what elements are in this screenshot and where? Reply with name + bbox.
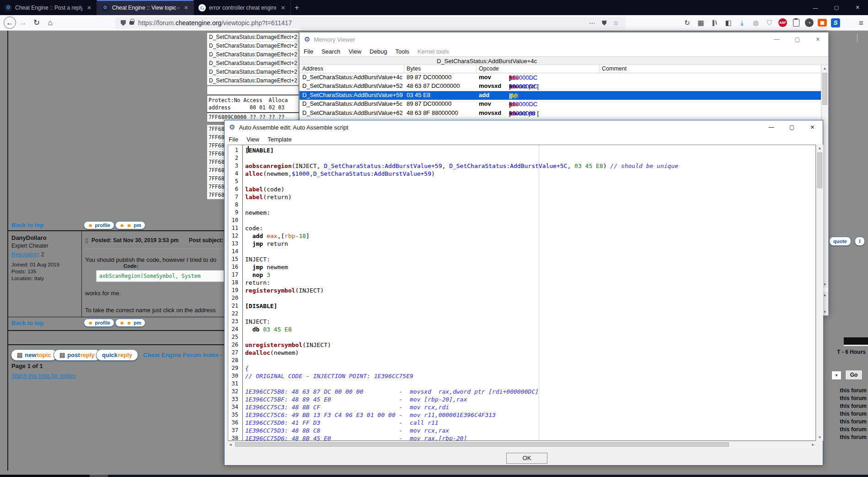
go-button[interactable]: Go <box>845 370 863 380</box>
scroll-thumb[interactable] <box>817 152 822 188</box>
profile-button[interactable]: ☻profile <box>84 221 114 229</box>
quick-reply-button[interactable]: quickreply <box>96 349 138 361</box>
script-line[interactable]: 13 jmp return <box>228 240 814 248</box>
proxy-icon[interactable]: ↻ <box>682 18 692 27</box>
script-line[interactable]: 361E396CC75D0: 41 FF D3 - call r11 <box>228 419 814 427</box>
script-line[interactable]: 20 <box>228 294 814 302</box>
script-line[interactable]: 341E396CC75C3: 48 8B CF - mov rcx,rdi <box>228 403 814 411</box>
bookmark-star-icon[interactable]: ☆ <box>610 19 622 27</box>
window-maximize-button[interactable]: ▢ <box>826 0 847 15</box>
symbol-list-item[interactable]: D_SetCharaStatus:DamageEffect+2 <box>207 76 299 85</box>
back-to-top-link[interactable]: Back to top <box>11 320 44 326</box>
grid-icon[interactable]: ▦ <box>696 18 706 27</box>
minimize-button[interactable]: — <box>761 120 782 134</box>
script-line[interactable]: 26unregistersymbol(INJECT) <box>228 341 814 349</box>
pm-button[interactable]: ☻☻pm <box>115 221 145 229</box>
editor-hscrollbar[interactable]: ◄ ► <box>228 441 816 448</box>
clipboard-icon[interactable] <box>791 18 801 27</box>
symbol-list-item[interactable]: D_SetCharaStatus:DamageEffect+2 <box>207 50 299 59</box>
window-close-button[interactable]: ✕ <box>847 0 868 15</box>
column-header-comment[interactable]: Comment <box>602 65 627 72</box>
memory-viewer-titlebar[interactable]: ⚙ Memory Viewer — ▢ ✕ <box>300 33 828 46</box>
home-button[interactable]: ⌂ <box>43 16 57 30</box>
tab-close-icon[interactable]: ✕ <box>86 5 93 11</box>
menu-item-file[interactable]: File <box>300 48 317 55</box>
scroll-thumb[interactable] <box>822 73 827 105</box>
script-line[interactable]: 22 <box>228 310 814 318</box>
menu-item-file[interactable]: File <box>225 136 242 143</box>
script-line[interactable]: 16 jmp newmem <box>228 263 814 271</box>
menu-item-tools[interactable]: Tools <box>391 48 413 55</box>
disassembly-row[interactable]: D_SetCharaStatus:AddBurstValue+6248 63 8… <box>300 109 822 118</box>
hamburger-menu-icon[interactable]: ≡ <box>859 19 863 28</box>
page-actions-icon[interactable]: ⋯ <box>586 19 599 27</box>
close-button[interactable]: ✕ <box>808 33 828 46</box>
jump-dropdown[interactable]: ▾ <box>831 371 841 380</box>
shield-check-icon[interactable]: ⛊ <box>599 19 610 27</box>
close-button[interactable]: ✕ <box>802 120 823 134</box>
screenshot-icon[interactable]: ▣ <box>818 19 827 27</box>
script-line[interactable]: 28 <box>228 357 814 364</box>
disassembly-row[interactable]: D_SetCharaStatus:AddBurstValue+5248 63 8… <box>300 82 822 91</box>
url-text[interactable]: https://forum.cheatengine.org/viewtopic.… <box>138 19 586 27</box>
script-line[interactable]: 19registersymbol(INJECT) <box>228 287 814 294</box>
lock-icon[interactable] <box>129 21 134 25</box>
script-line[interactable]: 14 <box>228 248 814 255</box>
script-line[interactable]: 18return: <box>228 279 814 287</box>
url-bar[interactable]: https://forum.cheatengine.org/viewtopic.… <box>115 17 626 29</box>
script-line[interactable]: 2 <box>228 154 814 162</box>
symbol-list-item[interactable]: D_SetCharaStatus:DamageEffect+2 <box>207 42 299 50</box>
column-header-address[interactable]: Address <box>302 65 323 72</box>
globe-icon[interactable]: ◍ <box>751 18 761 27</box>
minimize-button[interactable]: — <box>766 33 787 46</box>
script-line[interactable]: 4alloc(newmem,$1000,D_SetCharaStatus:Add… <box>228 170 814 178</box>
script-line[interactable]: 25 <box>228 333 814 341</box>
browser-tab[interactable]: Cheat Engine :: Post a reply✕ <box>0 0 97 15</box>
script-line[interactable]: 27dealloc(newmem) <box>228 349 814 357</box>
symbol-list-item[interactable]: D_SetCharaStatus:DamageEffect+2 <box>207 59 299 68</box>
menu-item-search[interactable]: Search <box>317 48 344 55</box>
menu-item-kernel-tools[interactable]: Kernel tools <box>413 48 453 55</box>
window-minimize-button[interactable]: — <box>805 0 826 15</box>
script-line[interactable]: 5 <box>228 178 814 185</box>
menu-item-view[interactable]: View <box>242 136 263 143</box>
menu-item-template[interactable]: Template <box>263 136 296 143</box>
script-line[interactable]: 3aobscanregion(INJECT, D_SetCharaStatus:… <box>228 162 814 170</box>
tracking-shield-icon[interactable] <box>121 20 126 26</box>
browser-tab[interactable]: Cheat Engine :: View topic - He✕ <box>97 0 194 15</box>
editor-vscrollbar[interactable]: ▲ ▼ <box>816 145 823 441</box>
partial-button[interactable]: I <box>855 237 865 246</box>
forum-index-link[interactable]: Cheat Engine Forum Index - <box>143 352 222 358</box>
pm-button[interactable]: ☻☻pm <box>115 319 145 327</box>
maximize-button[interactable]: ▢ <box>787 33 808 46</box>
script-line[interactable]: 11code: <box>228 224 814 232</box>
script-line[interactable]: 10 <box>228 217 814 224</box>
quote-button[interactable]: quote <box>829 237 851 246</box>
s-logo-icon[interactable]: S <box>831 18 840 27</box>
script-line[interactable]: 9newmem: <box>228 209 814 217</box>
scroll-thumb[interactable] <box>235 442 729 447</box>
script-line[interactable]: 17 nop 3 <box>228 271 814 279</box>
script-line[interactable]: 30// ORIGINAL CODE - INJECTION POINT: 1E… <box>228 372 814 380</box>
post-reply-button[interactable]: ▤postreply <box>54 349 101 361</box>
disassembly-row[interactable]: D_SetCharaStatus:AddBurstValue+4c89 87 D… <box>300 73 822 82</box>
ok-button[interactable]: OK <box>506 453 547 464</box>
column-header-bytes[interactable]: Bytes <box>407 65 421 72</box>
script-line[interactable]: 23INJECT: <box>228 318 814 325</box>
script-line[interactable]: 351E396CC75C6: 49 BB 13 F3 C4 96 E3 01 0… <box>228 411 814 419</box>
column-header-opcode[interactable]: Opcode <box>479 65 499 72</box>
script-line[interactable]: 31 <box>228 380 814 388</box>
auto-assemble-titlebar[interactable]: ⚙ Auto Assemble edit: Auto Assemble scri… <box>225 120 823 134</box>
forward-button[interactable]: → <box>16 16 30 30</box>
script-line[interactable]: 371E396CC75D3: 48 8B C8 - mov rcx,rax <box>228 427 814 434</box>
browser-tab[interactable]: Gerror controller cheat engine n✕ <box>194 0 291 15</box>
scroll-right-icon[interactable]: ► <box>811 443 815 447</box>
watch-topic-link[interactable]: Watch this topic for replies <box>11 373 75 379</box>
scroll-down-icon[interactable]: ▼ <box>816 434 823 441</box>
maximize-button[interactable]: ▢ <box>782 120 802 134</box>
menu-item-view[interactable]: View <box>344 48 365 55</box>
script-line[interactable]: 29{ <box>228 364 814 372</box>
account-icon[interactable]: ◔ <box>805 18 814 27</box>
download-icon[interactable]: ⤓ <box>737 18 747 27</box>
disassembly-row[interactable]: D_SetCharaStatus:AddBurstValue+5903 45 E… <box>300 91 822 100</box>
